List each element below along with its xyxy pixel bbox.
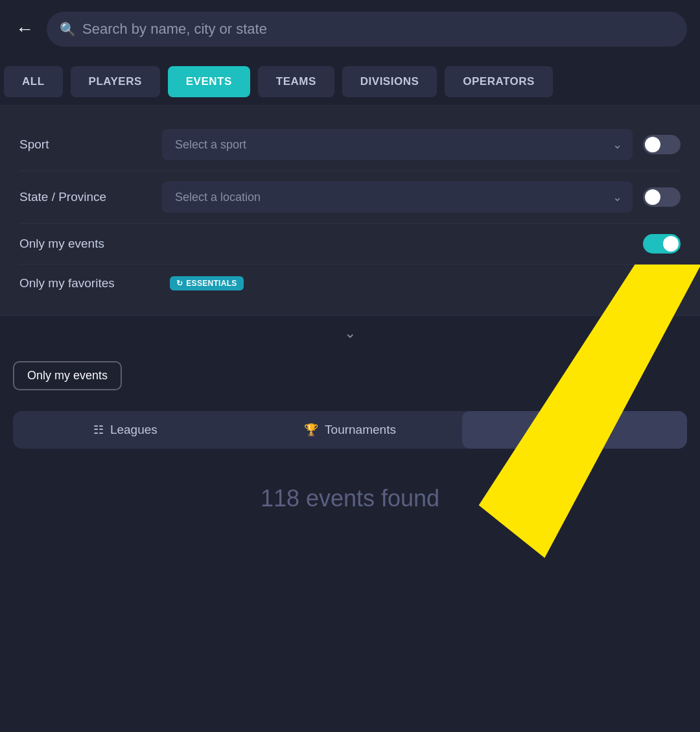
search-bar: 🔍 [47,12,687,47]
leagues-tab-label: Leagues [110,423,158,437]
sport-select-wrapper: Select a sport ⌄ [162,129,633,160]
page-wrapper: ← 🔍 ALL PLAYERS EVENTS TEAMS DIVISIONS O… [0,0,700,732]
collapse-chevron-icon: ⌄ [344,325,356,342]
filters-section: Sport Select a sport ⌄ State / Province … [0,106,700,315]
state-toggle-slider [643,187,681,207]
only-my-favorites-label: Only my favorites [19,276,162,290]
only-my-events-toggle[interactable] [643,234,681,254]
state-toggle[interactable] [643,187,681,207]
search-input[interactable] [82,21,674,38]
back-icon: ← [16,19,34,40]
all-tab-label: All [567,423,583,437]
only-my-events-slider [643,234,681,254]
active-filters: Only my events [0,351,700,401]
lock-icon: 🔒 [663,275,681,292]
tab-all[interactable]: ALL [4,66,63,97]
tournaments-tab[interactable]: 🏆 Tournaments [238,411,463,449]
state-filter-row: State / Province Select a location ⌄ [19,171,681,224]
tab-divisions[interactable]: DIVISIONS [342,66,437,97]
category-tabs: ALL PLAYERS EVENTS TEAMS DIVISIONS OPERA… [0,58,700,106]
only-my-events-label: Only my events [19,237,162,251]
tab-events[interactable]: EVENTS [168,66,250,97]
collapse-bar[interactable]: ⌄ [0,315,700,351]
back-button[interactable]: ← [13,16,36,42]
all-tab[interactable]: All [462,411,687,449]
tab-operators[interactable]: OPERATORS [445,66,553,97]
sport-toggle-slider [643,135,681,154]
essentials-badge-icon: ↻ [176,279,183,288]
essentials-badge[interactable]: ↻ ESSENTIALS [170,276,244,290]
tournaments-tab-label: Tournaments [325,423,396,437]
header: ← 🔍 [0,0,700,58]
sport-filter-row: Sport Select a sport ⌄ [19,119,681,171]
only-my-favorites-row: Only my favorites ↻ ESSENTIALS 🔒 [19,265,681,302]
tab-teams[interactable]: TEAMS [258,66,334,97]
event-type-tabs: ☷ Leagues 🏆 Tournaments All [13,411,687,449]
state-select-wrapper: Select a location ⌄ [162,182,633,213]
sport-filter-label: Sport [19,137,162,152]
tournaments-icon: 🏆 [304,423,318,437]
sport-toggle[interactable] [643,135,681,154]
tab-players[interactable]: PLAYERS [71,66,160,97]
only-my-events-row: Only my events [19,224,681,265]
results-count: 118 events found [0,459,700,538]
essentials-badge-text: ESSENTIALS [186,279,237,288]
leagues-tab[interactable]: ☷ Leagues [13,411,238,449]
state-select[interactable]: Select a location [162,182,633,213]
only-my-events-chip[interactable]: Only my events [13,361,122,390]
search-icon: 🔍 [60,21,76,37]
state-filter-label: State / Province [19,190,162,204]
leagues-icon: ☷ [93,423,104,437]
sport-select[interactable]: Select a sport [162,129,633,160]
